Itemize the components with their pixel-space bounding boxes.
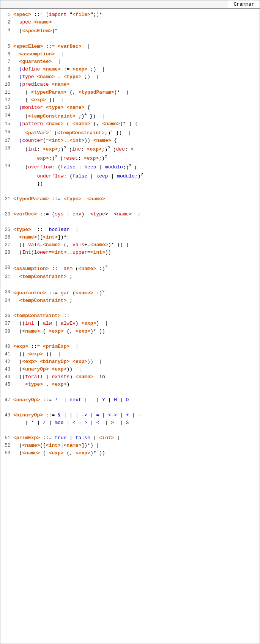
code-line: 47<unaryOp> ::= ! | next | - | Y | H | O [2, 396, 257, 404]
code-line: exp>;)? (reset: <exp>;)? [2, 154, 257, 162]
line-number: 23 [2, 210, 10, 218]
code-text: <guarantee> ::= gar (<name> :)? [13, 288, 257, 297]
empty-line [2, 256, 257, 264]
empty-line [2, 35, 257, 43]
line-number: 1 [2, 11, 10, 19]
empty-line [2, 389, 257, 396]
empty-line [2, 188, 257, 195]
code-line: 40<exp> ::= <primExp> | [2, 343, 257, 350]
code-text: (monitor <type> <name> { [13, 104, 257, 112]
code-text: spec <name> [13, 19, 257, 26]
code-text: <type> ::= boolean | [13, 226, 257, 234]
line-number: 45 [2, 381, 10, 388]
line-number: 37 [2, 320, 10, 327]
line-number: 26 [2, 234, 10, 241]
empty-line [2, 281, 257, 288]
code-text: underflow: (false | keep | modulo;)? [13, 171, 257, 180]
empty-line [2, 335, 257, 343]
code-text: ( <typedParam> (, <typedParam>)* ) [13, 89, 257, 96]
code-text: <assumption> | [13, 50, 257, 58]
code-text: <exp> ::= <primExp> | [13, 343, 257, 350]
grammar-window: Grammar 1<spec> ::= (import "<file>";)*2… [0, 0, 260, 644]
code-text: ((forall | exists) <name> in [13, 373, 257, 381]
code-line: 41 (( <exp> )) | [2, 350, 257, 358]
code-line: 9 (type <name> = <type> ;) | [2, 73, 257, 81]
line-number: 19 [2, 162, 10, 170]
line-number: 34 [2, 297, 10, 305]
code-line: 51<primExp> ::= true | false | <int> | [2, 434, 257, 442]
line-number: 14 [2, 112, 10, 119]
code-text: <guarantee> | [13, 58, 257, 66]
code-line: 3 (<specElem>)+ [2, 26, 257, 35]
code-text: <binaryOp> ::= & | | | -> | = | <-> | + … [13, 412, 257, 427]
code-line: 27 ({ vals=<name> (, vals+=<name>)* }) | [2, 241, 257, 249]
line-number: 18 [2, 145, 10, 152]
empty-line [2, 305, 257, 312]
code-line: 16 <patVar>+ (<tempConstraint>;)+ }) | [2, 128, 257, 137]
code-line: 11 ( <typedParam> (, <typedParam>)* ) [2, 89, 257, 96]
line-number: 40 [2, 343, 10, 350]
code-text: <tempConstraint> ::= [13, 312, 257, 320]
line-number: 30 [2, 264, 10, 272]
grammar-tab[interactable]: Grammar [228, 0, 260, 8]
line-number: 33 [2, 288, 10, 296]
code-text: (<exp> <binaryOp> <exp>)) | [13, 358, 257, 366]
code-text: (<name>([<int>|<name>])*) | [13, 442, 257, 449]
tab-bar: Grammar [0, 0, 260, 9]
code-text: (define <name> := <exp> ;) | [13, 66, 257, 73]
code-line: 8 (define <name> := <exp> ;) | [2, 66, 257, 73]
line-number: 44 [2, 373, 10, 381]
line-number: 41 [2, 350, 10, 358]
code-text: (ini: <exp>;)? (inc: <exp>;)? (dec: < [13, 145, 257, 153]
code-line: 6 <assumption> | [2, 50, 257, 58]
code-text: <primExp> ::= true | false | <int> | [13, 434, 257, 442]
line-number: 2 [2, 19, 10, 26]
code-line: 31 <tempConstraint> ; [2, 273, 257, 281]
line-number: 51 [2, 434, 10, 442]
code-text: (<specElem>)+ [13, 26, 257, 35]
line-number: 52 [2, 442, 10, 449]
code-text: <spec> ::= (import "<file>";)* [13, 11, 257, 19]
code-text: <tempConstraint> ; [13, 297, 257, 305]
code-text: <tempConstraint> ; [13, 273, 257, 281]
code-text: ({ vals=<name> (, vals+=<name>)* }) | [13, 241, 257, 249]
code-line: 44 ((forall | exists) <name> in [2, 373, 257, 381]
code-text: (Int(lower=<int>..upper=<int>)) [13, 249, 257, 256]
code-line: 53 (<name> ( <exp> (, <exp>)* )) [2, 449, 257, 457]
line-number [2, 171, 10, 172]
code-text: exp>;)? (reset: <exp>;)? [13, 154, 257, 162]
code-text: <varDec> ::= (sys | env) <type> <name> ; [13, 210, 257, 218]
code-text: (<name> ( <exp> (, <exp>)* )) [13, 328, 257, 335]
line-number [2, 180, 10, 181]
empty-line [2, 203, 257, 210]
code-line: 45 <type> . <exp>) [2, 381, 257, 388]
code-text: (( <exp> )) | [13, 350, 257, 358]
code-line: 25<type> ::= boolean | [2, 226, 257, 234]
code-line: 30<assumption> ::= asm (<name> :)? [2, 264, 257, 273]
code-line: 49<binaryOp> ::= & | | | -> | = | <-> | … [2, 412, 257, 427]
line-number: 17 [2, 137, 10, 145]
code-line: 42 (<exp> <binaryOp> <exp>)) | [2, 358, 257, 366]
code-text: (<name> ( <exp> (, <exp>)* )) [13, 449, 257, 457]
code-text: (overflow: (false | keep | modulo;)? ( [13, 162, 257, 171]
code-text: (<unaryOp> <exp>)) | [13, 366, 257, 373]
empty-line [2, 427, 257, 434]
line-number: 12 [2, 96, 10, 104]
code-line: 18 (ini: <exp>;)? (inc: <exp>;)? (dec: < [2, 145, 257, 153]
code-line: underflow: (false | keep | modulo;)? [2, 171, 257, 180]
grammar-content: 1<spec> ::= (import "<file>";)*2 spec <n… [0, 9, 260, 465]
code-line: 33<guarantee> ::= gar (<name> :)? [2, 288, 257, 297]
line-number: 21 [2, 195, 10, 203]
line-number: 5 [2, 43, 10, 50]
code-text: <assumption> ::= asm (<name> :)? [13, 264, 257, 273]
code-text: (counter(=<int>..<int>)) <name> { [13, 137, 257, 145]
code-text: <type> . <exp>) [13, 381, 257, 388]
code-line: 26 <name>([<int>])*| [2, 234, 257, 241]
code-text: <patVar>+ (<tempConstraint>;)+ }) | [13, 128, 257, 137]
code-line: 15 (pattern <name> ( <name> (, <name>)* … [2, 120, 257, 128]
line-number: 53 [2, 449, 10, 457]
empty-line [2, 218, 257, 226]
code-line: 7 <guarantee> | [2, 58, 257, 66]
code-text: (<tempConstraint> ;)+ }) | [13, 112, 257, 120]
line-number: 43 [2, 366, 10, 373]
